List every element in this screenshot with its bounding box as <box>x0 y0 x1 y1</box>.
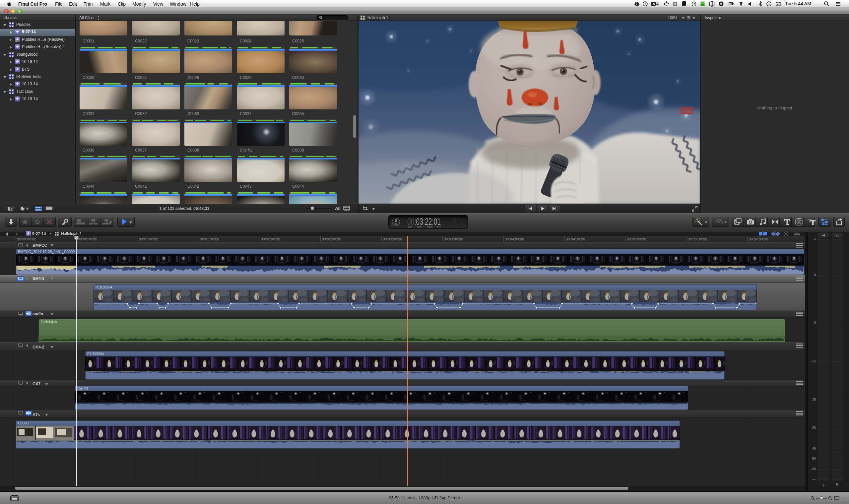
svg-text:0: 0 <box>395 219 397 222</box>
svg-text:S: S <box>785 232 787 236</box>
svg-text:%: % <box>395 222 397 226</box>
svg-text:2: 2 <box>798 220 800 223</box>
